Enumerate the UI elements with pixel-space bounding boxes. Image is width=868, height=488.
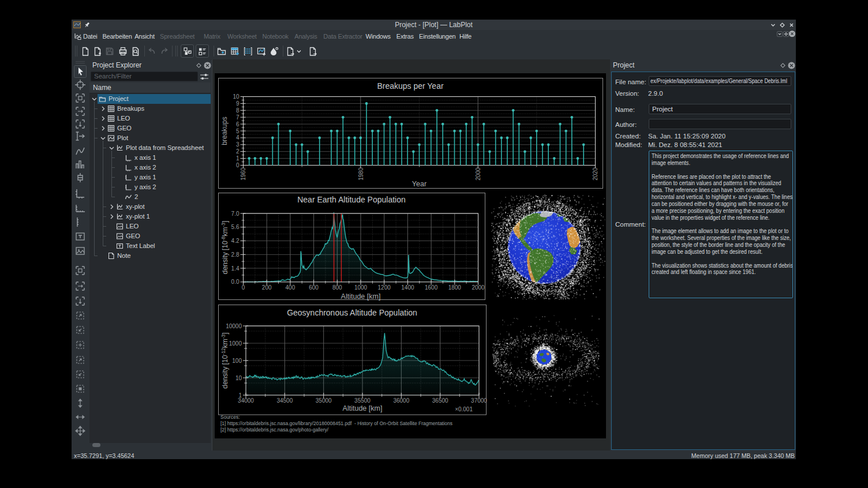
svg-text:0: 0 — [236, 162, 240, 168]
svg-text:3: 3 — [236, 141, 240, 148]
svg-text:1000: 1000 — [354, 284, 368, 291]
svg-text:400: 400 — [286, 284, 295, 291]
svg-text:35500: 35500 — [354, 397, 371, 404]
svg-text:Breakups per Year: Breakups per Year — [377, 81, 444, 91]
svg-text:6: 6 — [236, 121, 240, 127]
svg-text:1000: 1000 — [229, 340, 242, 347]
svg-text:1400: 1400 — [401, 284, 414, 291]
svg-text:×0.001: ×0.001 — [455, 406, 473, 412]
svg-text:1980: 1980 — [358, 167, 364, 181]
svg-text:7: 7 — [236, 114, 240, 121]
svg-text:34000: 34000 — [238, 397, 254, 404]
svg-text:36500: 36500 — [432, 397, 448, 404]
svg-text:2020: 2020 — [592, 167, 598, 181]
svg-text:10000: 10000 — [226, 323, 242, 329]
svg-text:Altitude [km]: Altitude [km] — [343, 404, 383, 412]
svg-text:Sources:: Sources: — [220, 414, 240, 420]
svg-text:800: 800 — [332, 284, 342, 291]
svg-text:0.0: 0.0 — [231, 279, 240, 285]
svg-text:5.6: 5.6 — [231, 224, 240, 230]
svg-text:breakups: breakups — [220, 117, 229, 145]
svg-text:35000: 35000 — [316, 397, 332, 404]
svg-text:4: 4 — [236, 134, 240, 141]
svg-text:0: 0 — [242, 284, 245, 291]
svg-text:density [10-12km-3]: density [10-12km-3] — [220, 332, 229, 388]
svg-text:1200: 1200 — [378, 284, 391, 291]
svg-text:10: 10 — [235, 375, 242, 381]
svg-text:Near Earth Altitude Population: Near Earth Altitude Population — [297, 195, 406, 204]
svg-text:9: 9 — [236, 100, 240, 107]
svg-text:8: 8 — [236, 107, 240, 114]
svg-text:Altitude [km]: Altitude [km] — [341, 292, 381, 301]
svg-text:5: 5 — [236, 128, 240, 134]
svg-text:1960: 1960 — [240, 167, 246, 181]
svg-text:36000: 36000 — [393, 397, 409, 404]
svg-text:density [10-8km-3]: density [10-8km-3] — [220, 221, 229, 275]
svg-text:2.8: 2.8 — [231, 251, 240, 258]
svg-text:34500: 34500 — [276, 397, 293, 404]
svg-text:37000: 37000 — [471, 397, 487, 404]
svg-text:600: 600 — [309, 284, 319, 291]
svg-text:1800: 1800 — [448, 284, 462, 291]
svg-text:100: 100 — [232, 358, 242, 364]
svg-text:2: 2 — [236, 148, 240, 155]
svg-text:Geosynchronous Altitude Popula: Geosynchronous Altitude Population — [287, 308, 417, 317]
svg-text:1: 1 — [236, 155, 240, 162]
svg-text:7.0: 7.0 — [231, 211, 240, 217]
svg-text:4.2: 4.2 — [231, 238, 240, 244]
svg-text:1.4: 1.4 — [231, 265, 240, 272]
svg-text:200: 200 — [262, 284, 272, 291]
svg-text:10: 10 — [233, 93, 240, 100]
svg-text:Year: Year — [412, 180, 426, 188]
svg-text:[2] https://orbitaldebris.jsc.: [2] https://orbitaldebris.jsc.nasa.gov/p… — [220, 427, 329, 433]
svg-text:2000: 2000 — [472, 284, 485, 291]
svg-text:1600: 1600 — [425, 284, 438, 291]
svg-text:2000: 2000 — [475, 167, 481, 181]
svg-text:[1] https://orbitaldebris.jsc.: [1] https://orbitaldebris.jsc.nasa.gov/l… — [220, 421, 452, 426]
